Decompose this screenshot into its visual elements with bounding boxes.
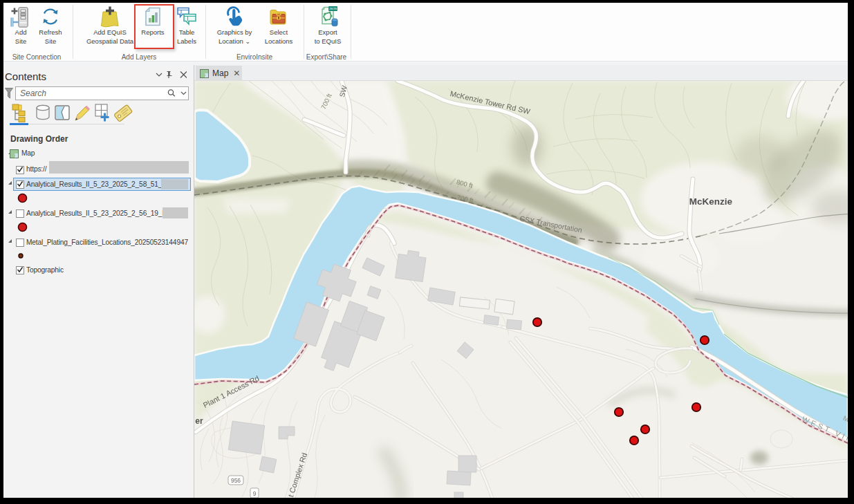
svg-text:9: 9 [253, 490, 257, 497]
svg-text:McKenzie: McKenzie [689, 196, 733, 207]
svg-text:er: er [195, 416, 203, 426]
svg-text:JSON: JSON [329, 7, 337, 10]
svg-text:956: 956 [231, 477, 241, 484]
